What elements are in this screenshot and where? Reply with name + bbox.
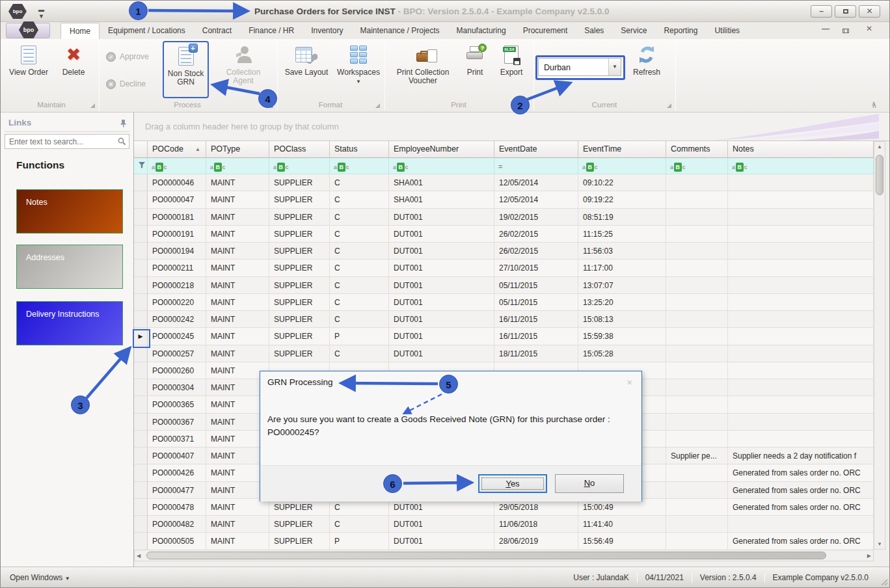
child-minimize-icon[interactable]: — (822, 24, 829, 33)
child-close-icon[interactable]: ✕ (866, 24, 872, 33)
vertical-scrollbar-thumb[interactable] (876, 155, 883, 195)
tab-service[interactable]: Service (612, 23, 655, 39)
table-row[interactable]: PO0000257MAINTSUPPLIERCDUT00118/11/20151… (134, 345, 874, 362)
app-menu-button[interactable]: bpo (6, 23, 50, 38)
tab-reporting[interactable]: Reporting (655, 23, 706, 39)
row-selector[interactable] (134, 414, 148, 431)
filter-cell-poclass[interactable]: aBc (269, 158, 330, 174)
column-header-employeenumber[interactable]: EmployeeNumber (389, 141, 494, 158)
row-selector[interactable] (134, 226, 148, 243)
branch-selector-combobox[interactable]: Durban ▼ (538, 58, 621, 76)
row-selector[interactable] (134, 448, 148, 464)
row-selector[interactable] (134, 379, 148, 396)
export-button[interactable]: XLSX Export (493, 41, 530, 100)
horizontal-scrollbar[interactable]: ◀ ▶ (134, 550, 874, 561)
tab-inventory[interactable]: Inventory (303, 23, 351, 39)
refresh-button[interactable]: Refresh (627, 41, 667, 100)
table-row[interactable]: PO0000220MAINTSUPPLIERCDUT00105/11/20151… (134, 294, 874, 311)
resize-grip-icon[interactable] (879, 577, 888, 586)
yes-button[interactable]: Yes (478, 474, 547, 493)
maximize-button[interactable] (835, 5, 856, 18)
row-selector[interactable] (134, 362, 148, 379)
row-selector[interactable] (134, 174, 148, 191)
collapse-ribbon-icon[interactable]: ∧∧ (871, 100, 877, 108)
tab-home[interactable]: Home (61, 23, 100, 39)
child-restore-icon[interactable] (843, 26, 849, 35)
no-button[interactable]: No (555, 474, 624, 493)
column-header-eventdate[interactable]: EventDate (494, 141, 578, 158)
tab-procurement[interactable]: Procurement (515, 23, 576, 39)
tab-contract[interactable]: Contract (194, 23, 240, 39)
filter-cell-employeenumber[interactable]: aBc (389, 158, 494, 174)
filter-cell-potype[interactable]: aBc (206, 158, 269, 174)
filter-cell-status[interactable]: aBc (330, 158, 389, 174)
row-selector[interactable] (134, 499, 148, 516)
scroll-down-icon[interactable]: ▼ (874, 541, 885, 547)
horizontal-scrollbar-thumb[interactable] (146, 552, 826, 559)
column-header-notes[interactable]: Notes (728, 141, 874, 158)
table-row[interactable]: PO0000211MAINTSUPPLIERCDUT00127/10/20151… (134, 260, 874, 276)
table-row[interactable]: PO0000046MAINTSUPPLIERCSHA00112/05/20140… (134, 174, 874, 191)
tab-utilities[interactable]: Utilities (706, 23, 748, 39)
print-collection-voucher-button[interactable]: Print Collection Voucher (390, 41, 456, 100)
table-row[interactable]: PO0000191MAINTSUPPLIERCDUT00126/02/20151… (134, 226, 874, 243)
filter-cell-notes[interactable]: aBc (728, 158, 874, 174)
open-windows-button[interactable]: Open Windows ▼ (10, 567, 70, 588)
decline-button[interactable]: ✕ Decline (106, 78, 146, 90)
non-stock-grn-button[interactable]: + Non Stock GRN (163, 41, 209, 98)
row-selector[interactable] (134, 311, 148, 328)
dialog-close-icon[interactable]: × (627, 377, 632, 388)
tab-sales[interactable]: Sales (576, 23, 612, 39)
row-selector[interactable] (134, 482, 148, 499)
group-by-panel[interactable]: Drag a column header here to group by th… (134, 113, 890, 141)
print-button[interactable]: ? Print (459, 41, 491, 100)
maintain-dialog-launcher-icon[interactable] (90, 103, 95, 108)
close-button[interactable]: ✕ (859, 5, 880, 18)
column-header-comments[interactable]: Comments (666, 141, 728, 158)
row-selector[interactable] (134, 191, 148, 208)
table-row[interactable]: PO0000047MAINTSUPPLIERCSHA00112/05/20140… (134, 191, 874, 208)
filter-cell-eventtime[interactable]: aBc (578, 158, 666, 174)
approve-button[interactable]: ✓ Approve (106, 51, 149, 62)
tab-equipment-locations[interactable]: Equipment / Locations (100, 23, 194, 39)
row-selector[interactable] (134, 294, 148, 311)
row-selector[interactable] (134, 243, 148, 260)
tab-manufacturing[interactable]: Manufacturing (448, 23, 515, 39)
row-selector[interactable] (134, 209, 148, 226)
column-header-pocode[interactable]: POCode▲ (148, 141, 206, 158)
filter-cell-eventdate[interactable]: = (494, 158, 578, 174)
function-button-notes[interactable]: Notes (16, 189, 123, 234)
search-icon[interactable] (117, 137, 126, 146)
filter-cell-comments[interactable]: aBc (666, 158, 728, 174)
column-header-eventtime[interactable]: EventTime (578, 141, 666, 158)
row-selector[interactable] (134, 431, 148, 448)
row-selector[interactable] (134, 260, 148, 276)
tab-maintenance-projects[interactable]: Maintenance / Projects (352, 23, 448, 39)
function-button-delivery-instructions[interactable]: Delivery Instructions (16, 301, 123, 345)
row-selector[interactable] (134, 533, 148, 550)
table-row[interactable]: PO0000505MAINTSUPPLIERPDUT00128/06/20191… (134, 533, 874, 550)
scroll-right-icon[interactable]: ▶ (867, 553, 871, 559)
column-header-poclass[interactable]: POClass (269, 141, 330, 158)
current-dialog-launcher-icon[interactable] (667, 103, 671, 108)
function-button-addresses[interactable]: Addresses (16, 245, 123, 289)
combobox-dropdown-icon[interactable]: ▼ (608, 59, 621, 75)
save-layout-button[interactable]: Save Layout (282, 41, 331, 100)
table-row[interactable]: PO0000218MAINTSUPPLIERCDUT00105/11/20151… (134, 277, 874, 294)
table-row[interactable]: PO0000482MAINTSUPPLIERCDUT00111/06/20181… (134, 516, 874, 533)
table-row[interactable]: PO0000194MAINTSUPPLIERCDUT00126/02/20151… (134, 243, 874, 260)
quick-access-dropdown-icon[interactable]: ▬▼ (38, 7, 44, 20)
row-selector[interactable] (134, 396, 148, 413)
table-row[interactable]: PO0000242MAINTSUPPLIERCDUT00116/11/20151… (134, 311, 874, 328)
minimize-button[interactable]: – (811, 5, 832, 18)
search-input[interactable] (8, 135, 112, 148)
row-selector[interactable] (134, 277, 148, 294)
pin-icon[interactable] (120, 119, 127, 127)
scroll-up-icon[interactable]: ▲ (874, 144, 885, 150)
column-header-status[interactable]: Status (330, 141, 389, 158)
delete-button[interactable]: ✖ Delete (54, 41, 93, 100)
format-dialog-launcher-icon[interactable] (375, 103, 380, 108)
row-selector[interactable] (134, 464, 148, 481)
vertical-scrollbar[interactable]: ▲ ▼ (874, 141, 885, 550)
view-order-button[interactable]: View Order (7, 41, 50, 100)
